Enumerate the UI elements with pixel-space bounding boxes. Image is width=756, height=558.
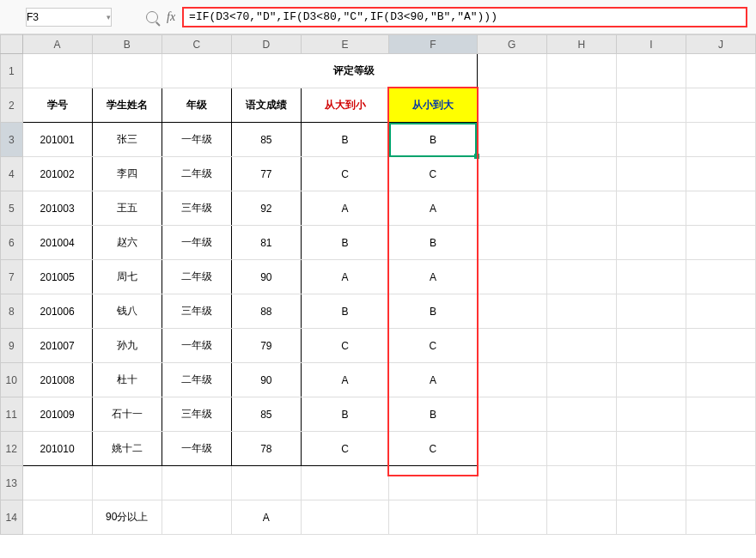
cell-A7[interactable]: 201005	[22, 260, 92, 294]
row-header-3[interactable]: 3	[1, 123, 23, 157]
cell-D12[interactable]: 78	[231, 432, 301, 466]
cell-J1[interactable]	[686, 54, 755, 88]
col-header-F[interactable]: F	[389, 35, 477, 54]
cell-F4[interactable]: C	[389, 157, 477, 191]
cell-C4[interactable]: 二年级	[162, 157, 231, 191]
cell-I7[interactable]	[616, 260, 686, 294]
cell-B4[interactable]: 李四	[92, 157, 162, 191]
col-header-I[interactable]: I	[616, 35, 686, 54]
cell-J8[interactable]	[686, 294, 755, 329]
cell-J11[interactable]	[686, 397, 755, 432]
cell-G8[interactable]	[477, 294, 546, 329]
cell-B9[interactable]: 孙九	[92, 329, 162, 363]
fill-handle[interactable]	[474, 154, 479, 159]
cell-E7[interactable]: A	[301, 260, 388, 294]
header2-E[interactable]: 从大到小	[301, 88, 388, 123]
cell-B13[interactable]	[92, 466, 162, 500]
cell-J3[interactable]	[686, 123, 755, 157]
cell-I10[interactable]	[616, 363, 686, 397]
cell-D8[interactable]: 88	[231, 294, 301, 329]
cell-F14[interactable]	[389, 500, 477, 535]
cell-J10[interactable]	[686, 363, 755, 397]
cell-D11[interactable]: 85	[231, 397, 301, 432]
cell-F7[interactable]: A	[389, 260, 477, 294]
cell-A8[interactable]: 201006	[22, 294, 92, 329]
header2-D[interactable]: 语文成绩	[231, 88, 301, 123]
cell-C3[interactable]: 一年级	[162, 123, 231, 157]
header2-A[interactable]: 学号	[22, 88, 92, 123]
cell-G9[interactable]	[477, 329, 546, 363]
search-icon[interactable]	[146, 11, 158, 23]
row-header-12[interactable]: 12	[1, 432, 23, 466]
cell-J14[interactable]	[686, 500, 755, 535]
cell-B6[interactable]: 赵六	[92, 226, 162, 260]
cell-E14[interactable]	[301, 500, 388, 535]
cell-C1[interactable]	[162, 54, 231, 88]
cell-E8[interactable]: B	[301, 294, 388, 329]
cell-I9[interactable]	[616, 329, 686, 363]
cell-F6[interactable]: B	[389, 226, 477, 260]
cell-C9[interactable]: 一年级	[162, 329, 231, 363]
row-header-11[interactable]: 11	[1, 397, 23, 432]
cell-F5[interactable]: A	[389, 191, 477, 226]
cell-H6[interactable]	[546, 226, 616, 260]
cell-G3[interactable]	[477, 123, 546, 157]
col-header-A[interactable]: A	[22, 35, 92, 54]
col-header-G[interactable]: G	[477, 35, 546, 54]
col-header-C[interactable]: C	[162, 35, 231, 54]
cell-C6[interactable]: 一年级	[162, 226, 231, 260]
cell-I1[interactable]	[616, 54, 686, 88]
cell-C12[interactable]: 一年级	[162, 432, 231, 466]
col-header-J[interactable]: J	[686, 35, 755, 54]
cell-H14[interactable]	[546, 500, 616, 535]
cell-F9[interactable]: C	[389, 329, 477, 363]
cell-J4[interactable]	[686, 157, 755, 191]
cell-H12[interactable]	[546, 432, 616, 466]
cell-C11[interactable]: 三年级	[162, 397, 231, 432]
cell-F12[interactable]: C	[389, 432, 477, 466]
header2-H[interactable]	[546, 88, 616, 123]
cell-C13[interactable]	[162, 466, 231, 500]
cell-J5[interactable]	[686, 191, 755, 226]
row-header-8[interactable]: 8	[1, 294, 23, 329]
cell-I11[interactable]	[616, 397, 686, 432]
cell-E3[interactable]: B	[301, 123, 388, 157]
cell-H7[interactable]	[546, 260, 616, 294]
cell-G11[interactable]	[477, 397, 546, 432]
cell-J9[interactable]	[686, 329, 755, 363]
col-header-E[interactable]: E	[301, 35, 388, 54]
cell-A4[interactable]: 201002	[22, 157, 92, 191]
cell-B10[interactable]: 杜十	[92, 363, 162, 397]
cell-H10[interactable]	[546, 363, 616, 397]
cell-I14[interactable]	[616, 500, 686, 535]
cell-E10[interactable]: A	[301, 363, 388, 397]
cell-A10[interactable]: 201008	[22, 363, 92, 397]
cell-A11[interactable]: 201009	[22, 397, 92, 432]
cell-D13[interactable]	[231, 466, 301, 500]
cell-D5[interactable]: 92	[231, 191, 301, 226]
row-header-7[interactable]: 7	[1, 260, 23, 294]
cell-G13[interactable]	[477, 466, 546, 500]
cell-E12[interactable]: C	[301, 432, 388, 466]
row-header-5[interactable]: 5	[1, 191, 23, 226]
cell-D14[interactable]: A	[231, 500, 301, 535]
header2-G[interactable]	[477, 88, 546, 123]
cell-B1[interactable]	[92, 54, 162, 88]
cell-F8[interactable]: B	[389, 294, 477, 329]
row-header-6[interactable]: 6	[1, 226, 23, 260]
cell-E11[interactable]: B	[301, 397, 388, 432]
cell-I8[interactable]	[616, 294, 686, 329]
cell-H3[interactable]	[546, 123, 616, 157]
cell-B11[interactable]: 石十一	[92, 397, 162, 432]
cell-G7[interactable]	[477, 260, 546, 294]
cell-B5[interactable]: 王五	[92, 191, 162, 226]
cell-G12[interactable]	[477, 432, 546, 466]
cell-E4[interactable]: C	[301, 157, 388, 191]
spreadsheet-grid[interactable]: ABCDEFGHIJ1评定等级2学号学生姓名年级语文成绩从大到小从小到大3201…	[0, 34, 756, 535]
col-header-B[interactable]: B	[92, 35, 162, 54]
cell-H11[interactable]	[546, 397, 616, 432]
row-header-1[interactable]: 1	[1, 54, 23, 88]
cell-F3[interactable]: B	[389, 123, 477, 157]
cell-I3[interactable]	[616, 123, 686, 157]
row-header-14[interactable]: 14	[1, 500, 23, 535]
